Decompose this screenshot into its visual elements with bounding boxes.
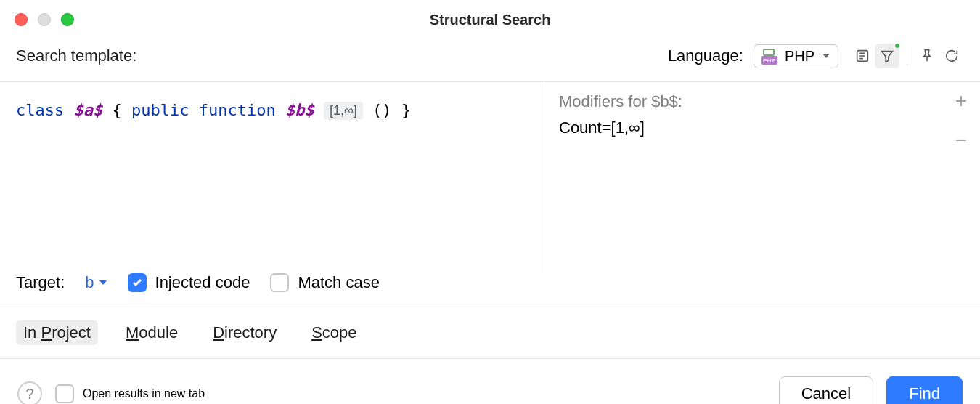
main-area: class $a$ { public function $b$ [1,∞] ()… xyxy=(0,81,980,273)
zoom-window-button[interactable] xyxy=(61,13,74,26)
window-controls xyxy=(15,13,74,26)
cancel-button[interactable]: Cancel xyxy=(779,376,873,404)
language-label: Language: xyxy=(668,47,743,65)
chevron-down-icon xyxy=(99,278,107,287)
variable-b: $b$ xyxy=(285,101,314,119)
add-modifier-button[interactable]: + xyxy=(955,91,967,111)
parens: () xyxy=(372,101,392,119)
find-button[interactable]: Find xyxy=(886,376,963,404)
keyword-public: public xyxy=(131,101,189,119)
target-label: Target: xyxy=(16,273,65,292)
modifiers-panel: Modifiers for $b$: Count=[1,∞] + − xyxy=(544,82,980,273)
open-new-tab-label: Open results in new tab xyxy=(83,387,205,400)
history-button[interactable] xyxy=(850,44,875,68)
scope-tab-directory[interactable]: Directory xyxy=(205,320,284,345)
language-value: PHP xyxy=(785,48,814,65)
scope-tabs: In Project Module Directory Scope xyxy=(0,307,980,359)
search-template-label: Search template: xyxy=(16,47,136,65)
modifier-line[interactable]: Count=[1,∞] xyxy=(559,118,965,137)
pin-button[interactable] xyxy=(915,44,939,68)
brace-open: { xyxy=(112,101,121,119)
open-new-tab-checkbox[interactable]: Open results in new tab xyxy=(55,384,205,403)
injected-code-label: Injected code xyxy=(155,273,250,292)
count-chip[interactable]: [1,∞] xyxy=(324,102,363,120)
separator xyxy=(907,47,907,65)
modifiers-header: Modifiers for $b$: xyxy=(559,92,965,111)
language-combo[interactable]: PHP PHP xyxy=(754,44,838,68)
toolbar: Search template: Language: PHP PHP xyxy=(0,39,980,81)
footer: ? Open results in new tab Cancel Find xyxy=(0,359,980,404)
scope-tab-in-project[interactable]: In Project xyxy=(16,320,98,345)
scope-tab-scope[interactable]: Scope xyxy=(304,320,364,345)
keyword-class: class xyxy=(16,101,64,119)
template-editor[interactable]: class $a$ { public function $b$ [1,∞] ()… xyxy=(0,82,544,273)
titlebar: Structural Search xyxy=(0,0,980,39)
target-value: b xyxy=(85,273,94,292)
target-dropdown[interactable]: b xyxy=(85,273,107,292)
match-case-label: Match case xyxy=(298,273,380,292)
filter-button[interactable] xyxy=(875,44,899,68)
filter-active-indicator xyxy=(894,42,901,49)
scope-tab-module[interactable]: Module xyxy=(118,320,185,345)
minimize-window-button[interactable] xyxy=(38,13,51,26)
brace-close: } xyxy=(401,101,411,119)
target-row: Target: b Injected code Match case xyxy=(0,273,980,307)
refresh-button[interactable] xyxy=(939,44,964,68)
help-button[interactable]: ? xyxy=(17,381,42,404)
php-file-icon: PHP xyxy=(761,49,777,63)
match-case-checkbox[interactable]: Match case xyxy=(270,273,380,292)
window-title: Structural Search xyxy=(430,12,551,28)
close-window-button[interactable] xyxy=(15,13,28,26)
remove-modifier-button[interactable]: − xyxy=(955,130,967,150)
keyword-function: function xyxy=(199,101,276,119)
variable-a: $a$ xyxy=(73,101,102,119)
chevron-down-icon xyxy=(822,52,830,60)
injected-code-checkbox[interactable]: Injected code xyxy=(128,273,250,292)
